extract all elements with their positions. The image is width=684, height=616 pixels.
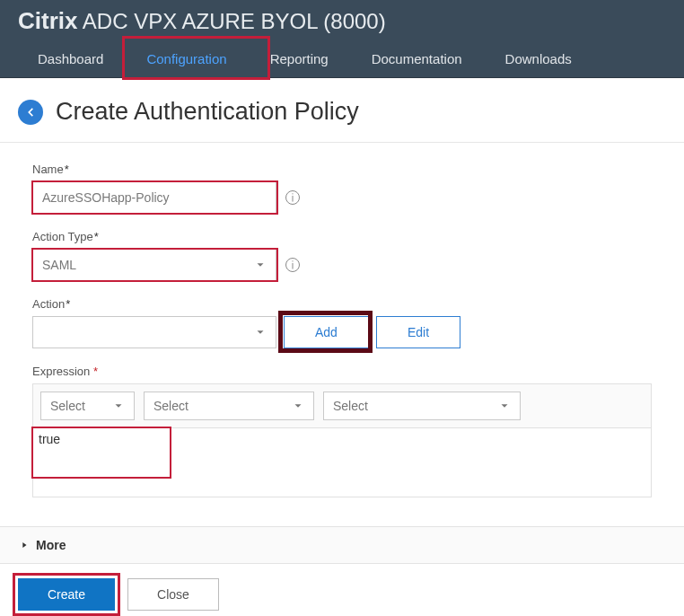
field-action: Action Add Edit: [32, 297, 652, 348]
svg-point-2: [292, 193, 293, 194]
more-label: More: [36, 538, 66, 552]
add-button[interactable]: Add: [284, 316, 369, 348]
svg-point-5: [292, 260, 293, 261]
select-action-type-value: SAML: [42, 258, 76, 272]
expression-selects-row: Select Select Select: [32, 383, 652, 427]
close-button[interactable]: Close: [127, 578, 219, 611]
tab-downloads[interactable]: Downloads: [484, 39, 593, 77]
field-action-type: Action Type SAML: [32, 230, 652, 281]
expression-select-1[interactable]: Select: [40, 392, 135, 420]
brand-rest: ADC VPX AZURE BYOL (8000): [77, 9, 385, 33]
tab-configuration[interactable]: Configuration: [125, 39, 248, 77]
tab-dashboard[interactable]: Dashboard: [16, 39, 125, 77]
chevron-down-icon: [292, 400, 304, 412]
field-name: Name AzureSSOHapp-Policy: [32, 163, 652, 214]
back-button[interactable]: [18, 100, 43, 125]
select-action-type[interactable]: SAML: [32, 249, 276, 281]
expression-textarea[interactable]: true: [32, 427, 652, 497]
expression-text-value: true: [39, 432, 60, 446]
edit-button[interactable]: Edit: [376, 316, 460, 348]
expression-select-3[interactable]: Select: [323, 392, 521, 420]
expression-select-1-label: Select: [50, 399, 85, 413]
tab-reporting[interactable]: Reporting: [249, 39, 350, 77]
page-header: Create Authentication Policy: [0, 78, 684, 142]
chevron-down-icon: [254, 326, 267, 339]
arrow-left-icon: [24, 106, 37, 119]
field-expression: Expression Select Select Select true: [32, 365, 652, 497]
more-toggle[interactable]: More: [0, 526, 684, 563]
create-button[interactable]: Create: [18, 578, 115, 611]
brand-strong: Citrix: [18, 7, 77, 34]
label-action: Action: [32, 297, 652, 311]
expression-select-3-label: Select: [333, 399, 368, 413]
form-area: Name AzureSSOHapp-Policy Action Type SAM…: [0, 142, 684, 497]
footer-actions: Create Close: [0, 563, 684, 616]
caret-right-icon: [20, 541, 29, 550]
nav-tabs: Dashboard Configuration Reporting Docume…: [0, 39, 684, 77]
chevron-down-icon: [498, 400, 511, 412]
expression-select-2[interactable]: Select: [144, 392, 314, 420]
info-icon[interactable]: [284, 189, 302, 207]
label-name: Name: [32, 163, 652, 176]
label-action-type: Action Type: [32, 230, 652, 243]
input-name-value: AzureSSOHapp-Policy: [42, 190, 170, 205]
tab-documentation[interactable]: Documentation: [350, 39, 484, 77]
chevron-down-icon: [112, 400, 125, 412]
input-name[interactable]: AzureSSOHapp-Policy: [32, 181, 276, 214]
brand-title: Citrix ADC VPX AZURE BYOL (8000): [0, 0, 684, 39]
expression-select-2-label: Select: [153, 399, 189, 413]
app-header: Citrix ADC VPX AZURE BYOL (8000) Dashboa…: [0, 0, 684, 78]
page-title: Create Authentication Policy: [56, 98, 359, 126]
chevron-down-icon: [254, 259, 267, 271]
select-action[interactable]: [32, 316, 276, 348]
info-icon[interactable]: [284, 256, 302, 274]
label-expression: Expression: [32, 365, 652, 378]
tab-configuration-label: Configuration: [146, 51, 226, 66]
